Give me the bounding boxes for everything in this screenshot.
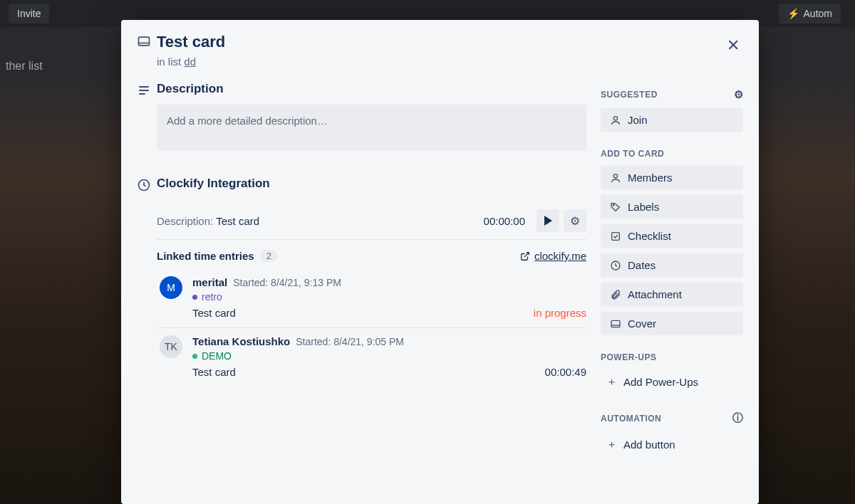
bolt-icon: ⚡	[787, 8, 799, 19]
plus-icon: ＋	[603, 375, 619, 389]
entry-card-name: Test card	[192, 366, 236, 378]
card-sidebar: SUGGESTED ⚙ Join ADD TO CARD Members Lab…	[601, 33, 743, 484]
entry-started: Started: 8/4/21, 9:05 PM	[296, 336, 404, 347]
clockify-timer: 00:00:00	[484, 215, 525, 227]
gear-icon: ⚙	[570, 214, 580, 228]
play-button[interactable]	[537, 209, 559, 232]
members-label: Members	[628, 172, 673, 184]
plus-icon: ＋	[603, 438, 619, 451]
linked-entries-header: Linked time entries 2 clockify.me	[157, 240, 586, 269]
svg-point-8	[613, 174, 617, 177]
clockify-icon	[137, 178, 157, 192]
svg-point-7	[613, 116, 617, 120]
entry-card-name: Test card	[192, 307, 236, 319]
attachment-button[interactable]: Attachment	[601, 283, 743, 306]
clockify-link-label: clockify.me	[534, 250, 586, 262]
cover-button[interactable]: Cover	[601, 312, 743, 335]
members-button[interactable]: Members	[601, 166, 743, 189]
svg-line-6	[524, 253, 529, 257]
description-section: Description Add a more detailed descript…	[137, 82, 586, 151]
add-powerups-label: Add Power-Ups	[623, 376, 698, 388]
clock-icon	[608, 260, 623, 271]
automation-title: AUTOMATION ⓘ	[601, 411, 743, 425]
card-list-location: in list dd	[157, 56, 586, 68]
dates-button[interactable]: Dates	[601, 253, 743, 277]
check-icon	[608, 231, 623, 242]
list-link[interactable]: dd	[184, 56, 196, 68]
tag-icon	[608, 201, 623, 213]
card-main-column: Test card in list dd Description Add a m…	[137, 33, 601, 484]
powerups-title: POWER-UPS	[601, 352, 743, 362]
cover-label: Cover	[628, 317, 656, 330]
clockify-heading: Clockify Integration	[157, 177, 586, 191]
linked-entries-title: Linked time entries	[157, 250, 254, 262]
svg-rect-0	[139, 37, 150, 46]
entry-tag: retro	[192, 291, 586, 303]
clockify-description-row: Description: Test card 00:00:00 ⚙	[157, 202, 586, 240]
person-icon	[608, 172, 623, 184]
background-list: ther list	[0, 57, 48, 75]
labels-button[interactable]: Labels	[601, 195, 743, 219]
add-button-button[interactable]: ＋ Add button	[601, 432, 743, 457]
add-button-label: Add button	[623, 439, 675, 451]
time-entry[interactable]: MmeritalStarted: 8/4/21, 9:13 PMretroTes…	[157, 269, 586, 328]
attachment-label: Attachment	[628, 288, 682, 300]
clockify-desc-value: Test card	[216, 215, 259, 227]
info-icon[interactable]: ⓘ	[732, 411, 744, 425]
entry-user-name: Tetiana Kostiushko	[192, 335, 290, 347]
entry-status: 00:00:49	[545, 366, 586, 378]
close-button[interactable]: ✕	[722, 34, 745, 57]
close-icon: ✕	[727, 36, 740, 55]
entry-status: in progress	[534, 307, 586, 319]
dot-icon	[192, 295, 197, 300]
entry-started: Started: 8/4/21, 9:13 PM	[233, 277, 341, 288]
svg-rect-10	[612, 232, 620, 240]
card-modal: ✕ Test card in list dd Description Add a…	[121, 20, 759, 504]
card-icon	[137, 34, 157, 48]
automation-button[interactable]: ⚡ Autom	[779, 4, 841, 23]
checklist-button[interactable]: Checklist	[601, 224, 743, 248]
dot-icon	[192, 354, 197, 359]
entry-user-name: merital	[192, 276, 227, 288]
suggested-title: SUGGESTED ⚙	[601, 88, 743, 101]
labels-label: Labels	[628, 201, 659, 213]
svg-rect-12	[611, 320, 620, 327]
play-icon	[544, 216, 552, 226]
join-button[interactable]: Join	[601, 108, 743, 132]
description-input[interactable]: Add a more detailed description…	[157, 105, 586, 151]
card-header: Test card in list dd	[137, 33, 586, 68]
checklist-label: Checklist	[628, 230, 671, 242]
description-heading: Description	[157, 82, 586, 96]
svg-point-9	[613, 204, 614, 206]
clockify-section: Clockify Integration Description: Test c…	[137, 177, 586, 387]
add-powerups-button[interactable]: ＋ Add Power-Ups	[601, 369, 743, 394]
description-icon	[137, 83, 157, 98]
avatar: M	[160, 276, 182, 299]
card-title[interactable]: Test card	[157, 33, 586, 51]
external-link-icon	[520, 251, 530, 261]
clockify-desc-label: Description:	[157, 215, 213, 227]
join-label: Join	[628, 114, 648, 126]
automation-label: Autom	[804, 8, 832, 19]
entry-tag: DEMO	[192, 350, 586, 362]
paperclip-icon	[608, 289, 623, 300]
add-to-card-title: ADD TO CARD	[601, 149, 743, 159]
linked-entries-count: 2	[260, 250, 278, 262]
invite-button[interactable]: Invite	[9, 4, 49, 23]
gear-icon[interactable]: ⚙	[734, 88, 744, 101]
clockify-settings-button[interactable]: ⚙	[564, 209, 586, 232]
clockify-external-link[interactable]: clockify.me	[520, 250, 586, 262]
time-entry[interactable]: TKTetiana KostiushkoStarted: 8/4/21, 9:0…	[157, 328, 586, 387]
avatar: TK	[160, 335, 182, 358]
person-icon	[608, 115, 623, 126]
cover-icon	[608, 318, 623, 330]
dates-label: Dates	[628, 259, 656, 271]
